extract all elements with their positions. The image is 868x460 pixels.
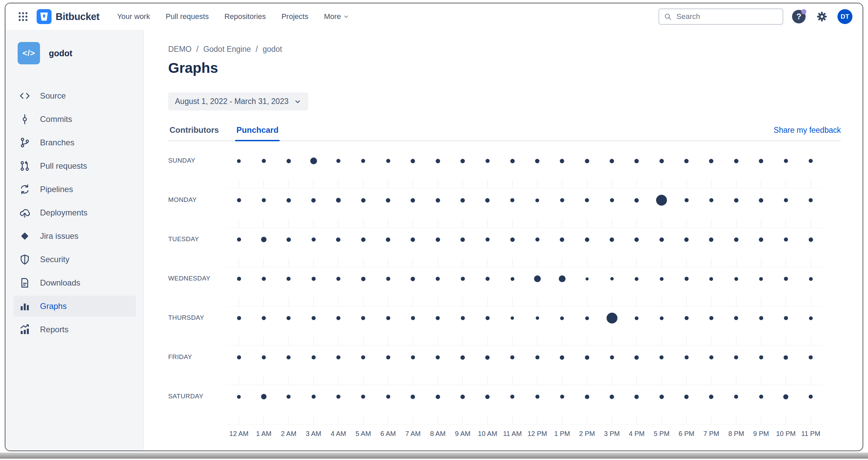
tick-mark xyxy=(786,415,786,424)
nav-link-projects[interactable]: Projects xyxy=(281,12,308,21)
tick-cell xyxy=(749,251,773,267)
help-button[interactable]: ? xyxy=(791,9,806,24)
tick-row xyxy=(226,369,823,385)
punchcard-dot xyxy=(237,277,241,281)
punchcard-dot xyxy=(485,198,490,203)
tick-mark xyxy=(289,415,289,424)
dot-cell xyxy=(649,195,674,206)
dot-cell xyxy=(500,277,525,281)
breadcrumb-item-demo[interactable]: DEMO xyxy=(168,45,192,54)
tick-cell xyxy=(699,408,724,424)
dot-cell xyxy=(400,237,425,242)
dot-cell xyxy=(276,198,301,203)
sidebar-item-security[interactable]: Security xyxy=(14,249,136,270)
tick-mark xyxy=(562,219,562,228)
tick-cell xyxy=(749,212,773,228)
dot-cell xyxy=(376,159,400,163)
dot-cell xyxy=(376,277,400,281)
dot-cell xyxy=(575,316,599,320)
nav-link-repositories[interactable]: Repositories xyxy=(224,12,266,21)
tick-mark xyxy=(313,219,314,228)
tick-cell xyxy=(426,251,450,267)
dot-cell xyxy=(475,237,500,242)
day-label: FRIDAY xyxy=(168,353,192,361)
tab-punchcard[interactable]: Punchcard xyxy=(235,125,280,140)
tick-cell xyxy=(450,330,475,346)
breadcrumb-separator: / xyxy=(196,45,198,54)
hour-label: 4 AM xyxy=(326,430,351,438)
date-range-value: August 1, 2022 - March 31, 2023 xyxy=(175,97,289,106)
sidebar-item-jira-issues[interactable]: Jira issues xyxy=(14,226,136,247)
punchcard-dot xyxy=(460,395,465,399)
tick-mark xyxy=(462,297,463,306)
punchcard-dot xyxy=(709,395,713,399)
tick-mark xyxy=(786,376,786,385)
punchcard-dot xyxy=(361,159,365,163)
tab-contributors[interactable]: Contributors xyxy=(168,125,220,140)
breadcrumb-item-godot-engine[interactable]: Godot Engine xyxy=(203,45,251,54)
punchcard-dot xyxy=(262,277,266,281)
tick-cell xyxy=(251,290,276,306)
hour-label: 3 PM xyxy=(599,430,624,438)
user-avatar[interactable]: DT xyxy=(837,9,852,24)
punchcard-dot xyxy=(485,355,490,360)
punchcard-dot xyxy=(684,395,689,399)
tick-mark xyxy=(662,297,662,306)
punchcard-dot xyxy=(685,198,689,202)
tick-cell xyxy=(326,212,351,228)
punchcard-dot xyxy=(734,159,738,163)
dot-cell xyxy=(251,355,276,359)
hour-label: 8 AM xyxy=(426,430,450,438)
nav-link-more[interactable]: More xyxy=(324,12,349,21)
sidebar-item-commits[interactable]: Commits xyxy=(14,109,136,130)
dot-cell xyxy=(376,355,400,359)
repo-header[interactable]: </> godot xyxy=(14,42,136,64)
punchcard-dot xyxy=(336,355,340,359)
date-range-dropdown[interactable]: August 1, 2022 - March 31, 2023 xyxy=(168,92,308,110)
tick-cell xyxy=(649,172,674,188)
sidebar-item-pipelines[interactable]: Pipelines xyxy=(14,179,136,200)
punchcard-dot xyxy=(486,159,490,163)
punchcard-dot xyxy=(262,355,266,359)
bitbucket-home-link[interactable]: Bitbucket xyxy=(37,9,99,24)
dot-cell xyxy=(276,237,301,242)
sidebar-item-branches[interactable]: Branches xyxy=(14,132,136,153)
search-box[interactable] xyxy=(658,8,783,25)
share-feedback-link[interactable]: Share my feedback xyxy=(774,126,841,140)
tick-mark xyxy=(736,219,736,228)
tick-cell xyxy=(376,369,400,385)
punchcard-dot xyxy=(659,355,664,359)
dot-cell xyxy=(226,355,251,359)
tick-mark xyxy=(562,415,562,424)
sidebar-item-reports[interactable]: Reports xyxy=(14,319,136,340)
tick-cell xyxy=(575,172,599,188)
dot-cell xyxy=(251,316,276,320)
tick-cell xyxy=(376,290,400,306)
sidebar-item-source[interactable]: Source xyxy=(14,85,136,106)
tick-cell xyxy=(500,330,525,346)
dot-cell xyxy=(525,237,550,242)
punchcard-dot xyxy=(684,237,689,242)
hour-label: 12 PM xyxy=(525,430,550,438)
sidebar-item-pull-requests[interactable]: Pull requests xyxy=(14,155,136,176)
sidebar-item-deployments[interactable]: Deployments xyxy=(14,202,136,223)
tick-cell xyxy=(475,172,500,188)
sidebar-item-graphs[interactable]: Graphs xyxy=(14,296,136,317)
dot-cell xyxy=(550,198,574,202)
punchcard-dot xyxy=(610,277,614,280)
settings-button[interactable] xyxy=(814,9,829,24)
nav-link-pull-requests[interactable]: Pull requests xyxy=(165,12,209,21)
breadcrumb-item-godot[interactable]: godot xyxy=(262,45,282,54)
dot-cell xyxy=(525,275,550,282)
search-input[interactable] xyxy=(676,12,778,21)
punchcard-dot xyxy=(237,159,241,163)
primary-nav-links: Your workPull requestsRepositoriesProjec… xyxy=(117,12,349,21)
punchcard-dot xyxy=(460,198,465,203)
app-switcher-icon[interactable] xyxy=(16,9,31,24)
punchcard-dot xyxy=(411,159,415,163)
punchcard-dot xyxy=(759,277,763,281)
dot-cell xyxy=(450,395,475,399)
punchcard-dot xyxy=(361,198,366,203)
nav-link-your-work[interactable]: Your work xyxy=(117,12,150,21)
sidebar-item-downloads[interactable]: Downloads xyxy=(14,272,136,293)
